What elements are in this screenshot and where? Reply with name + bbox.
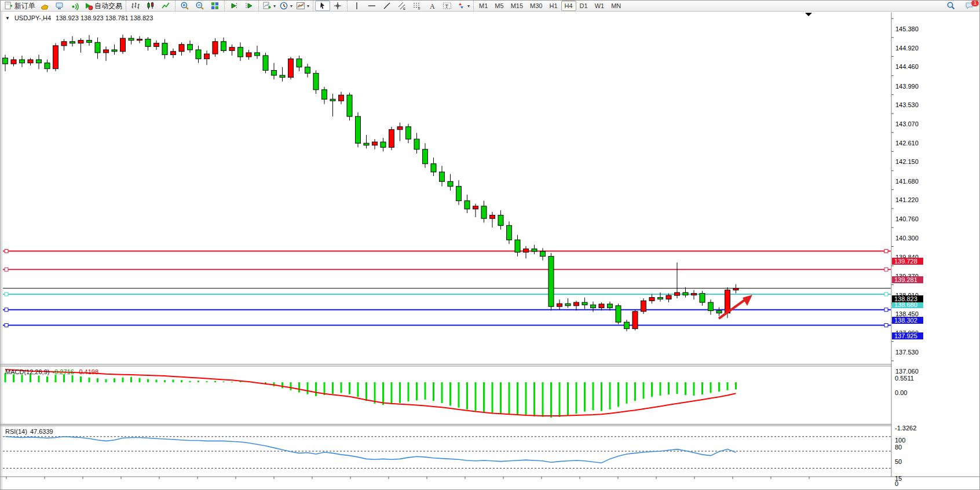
crosshair-button[interactable] xyxy=(330,1,345,11)
auto-scroll-button[interactable] xyxy=(242,1,257,11)
line-handle[interactable] xyxy=(884,324,888,327)
timeframe-button-m1[interactable]: M1 xyxy=(476,1,491,11)
bid-price-tag: 138.823 xyxy=(892,295,923,302)
arrows-button[interactable]: ▾ xyxy=(455,1,471,11)
horizontal-line-139.281[interactable] xyxy=(3,268,891,271)
toolbar-group: 新订单自动交易 xyxy=(1,1,126,11)
text-label-button[interactable]: T xyxy=(440,1,455,11)
vertical-line-icon xyxy=(352,1,361,10)
new-chart-icon xyxy=(262,1,272,10)
timeframe-button-m30[interactable]: M30 xyxy=(526,1,546,11)
chart-title: ▼ USDJPY-,H4 138.923 138.923 138.781 138… xyxy=(5,14,153,21)
virtual-hosting-button[interactable] xyxy=(52,1,67,11)
text-label-icon: T xyxy=(443,1,452,10)
price-tick-label: 137.530 xyxy=(895,349,919,356)
macd-signal-value: -0.4198 xyxy=(77,368,98,375)
zoom-in-button[interactable] xyxy=(177,1,192,11)
trendline-icon xyxy=(382,1,392,10)
line-handle[interactable] xyxy=(884,249,888,253)
line-handle[interactable] xyxy=(884,292,888,296)
cursor-button[interactable] xyxy=(315,1,330,11)
svg-text:T: T xyxy=(445,3,449,9)
text-button[interactable]: A xyxy=(425,1,440,11)
horizontal-line-138.302[interactable] xyxy=(3,308,891,312)
line-chart-icon xyxy=(161,1,170,10)
autotrading-button[interactable]: 自动交易 xyxy=(82,1,124,11)
fibonacci-icon: F xyxy=(412,1,422,10)
price-tag-139.728: 139.728 xyxy=(892,258,923,265)
price-tag-138.302: 138.302 xyxy=(892,317,923,324)
main-toolbar: 新订单自动交易▾▾▾EFAT▾M1M5M15M30H1H4D1W1MN1 xyxy=(1,1,980,12)
equidistant-channel-button[interactable]: E xyxy=(394,1,409,11)
bars-chart-icon xyxy=(131,1,140,10)
signals-button[interactable] xyxy=(67,1,82,11)
timeframe-button-m5[interactable]: M5 xyxy=(491,1,507,11)
bar-chart-button[interactable] xyxy=(128,1,143,11)
toolbar-group xyxy=(224,1,258,11)
price-tick-label: 142.150 xyxy=(895,158,919,165)
timeframe-button-w1[interactable]: W1 xyxy=(591,1,608,11)
toolbar-button-label: 自动交易 xyxy=(94,1,122,11)
collapse-triangle-icon[interactable]: ▼ xyxy=(5,16,10,21)
rsi-value: 47.6339 xyxy=(30,428,53,435)
price-tick-label: 141.680 xyxy=(895,178,919,185)
horizontal-line-139.728[interactable] xyxy=(3,249,891,253)
new-chart-button[interactable]: ▾ xyxy=(261,1,277,11)
chart-canvas[interactable] xyxy=(1,11,980,490)
search-button[interactable] xyxy=(944,1,959,11)
line-handle[interactable] xyxy=(5,308,8,312)
vertical-line-button[interactable] xyxy=(349,1,364,11)
line-handle[interactable] xyxy=(5,268,8,271)
macd-main-value: -0.2716 xyxy=(52,368,74,375)
timeframe-toolbar-group: M1M5M15M30H1H4D1W1MN xyxy=(473,1,626,11)
notifications-button[interactable]: 1 xyxy=(962,1,977,11)
timeframe-button-m15[interactable]: M15 xyxy=(507,1,526,11)
crosshair-icon xyxy=(333,1,342,10)
chart-shift-button[interactable] xyxy=(226,1,242,11)
horizontal-line-138.680[interactable] xyxy=(3,292,891,296)
price-tick-label: 145.380 xyxy=(895,25,919,32)
autotrading-icon xyxy=(84,1,93,10)
line-chart-button[interactable] xyxy=(158,1,173,11)
price-tick-label: 140.300 xyxy=(895,235,919,242)
dropdown-caret-icon: ▾ xyxy=(273,3,276,9)
signals-icon xyxy=(70,1,79,10)
timeframe-button-d1[interactable]: D1 xyxy=(576,1,591,11)
line-handle[interactable] xyxy=(5,324,8,327)
fibonacci-button[interactable]: F xyxy=(409,1,425,11)
line-handle[interactable] xyxy=(5,249,8,253)
ohlc-values: 138.923 138.923 138.781 138.823 xyxy=(56,14,153,21)
symbol-period-label: USDJPY-,H4 xyxy=(14,14,51,21)
line-handle[interactable] xyxy=(884,308,888,312)
tile-windows-button[interactable] xyxy=(207,1,222,11)
candle-chart-icon xyxy=(146,1,155,10)
toolbar-group: EFAT▾ xyxy=(347,1,473,11)
trendline-button[interactable] xyxy=(379,1,394,11)
line-handle[interactable] xyxy=(5,292,8,296)
periods-button[interactable]: ▾ xyxy=(277,1,294,11)
cursor-icon xyxy=(318,1,327,10)
horizontal-line-button[interactable] xyxy=(364,1,379,11)
trend-arrow-annotation[interactable] xyxy=(719,295,752,319)
price-tick-label: 144.460 xyxy=(895,63,919,70)
timeframe-button-mn[interactable]: MN xyxy=(608,1,624,11)
rsi-axis-label: 100 xyxy=(895,437,905,444)
price-tag-137.925: 137.925 xyxy=(892,332,923,339)
timeframe-button-h4[interactable]: H4 xyxy=(561,1,576,11)
channel-icon: E xyxy=(397,1,407,10)
horizontal-line-137.925[interactable] xyxy=(3,324,891,327)
templates-button[interactable]: ▾ xyxy=(294,1,311,11)
clock-icon xyxy=(279,1,288,10)
dropdown-caret-icon: ▾ xyxy=(290,3,292,9)
horizontal-line-icon xyxy=(367,1,376,10)
candlestick-chart-button[interactable] xyxy=(143,1,158,11)
new-order-button[interactable]: 新订单 xyxy=(2,1,37,11)
line-handle[interactable] xyxy=(884,268,888,271)
zoom-out-button[interactable] xyxy=(192,1,207,11)
timeframe-button-h1[interactable]: H1 xyxy=(546,1,561,11)
macd-axis-label: 0.00 xyxy=(895,389,907,396)
rsi-axis-label: 50 xyxy=(895,458,902,465)
chart-window[interactable]: ▼ USDJPY-,H4 138.923 138.923 138.781 138… xyxy=(1,11,980,490)
scroll-marker-icon[interactable] xyxy=(805,13,812,16)
history-center-button[interactable] xyxy=(37,1,52,11)
